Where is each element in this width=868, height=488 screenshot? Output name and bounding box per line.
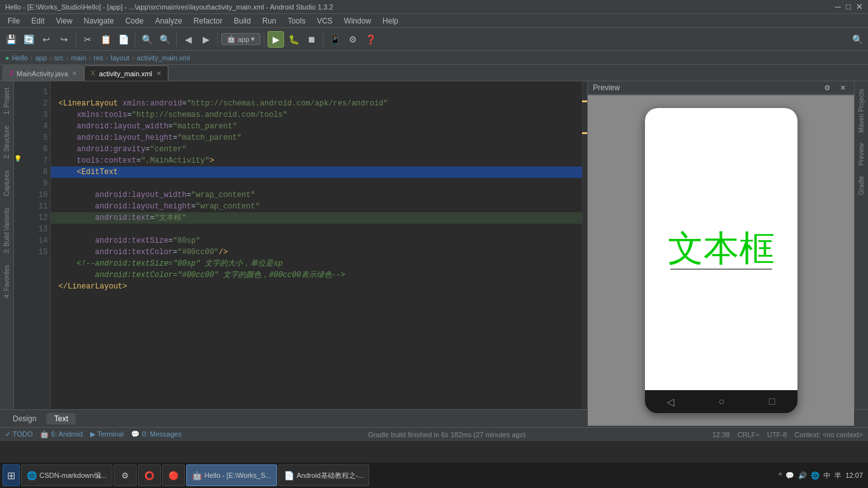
vtab-preview[interactable]: Preview: [857, 138, 866, 171]
toolbar-save-btn[interactable]: 💾: [3, 31, 19, 48]
systray-chat[interactable]: 💬: [785, 471, 794, 480]
vtab-gradle[interactable]: Gradle: [857, 171, 866, 200]
menu-bar: File Edit View Navigate Code Analyze Ref…: [0, 14, 868, 28]
sidebar-build-variants[interactable]: 3: Build Variants: [2, 203, 11, 259]
breadcrumb-app[interactable]: app: [35, 54, 46, 62]
app-label: app: [238, 36, 249, 43]
sidebar-project[interactable]: 1: Project: [2, 83, 11, 119]
breadcrumb-file[interactable]: activity_main.xml: [137, 54, 190, 62]
toolbar-sdk-btn[interactable]: ⚙: [344, 31, 361, 48]
toolbar-sync-btn[interactable]: 🔄: [20, 31, 37, 48]
toolbar-replace-btn[interactable]: 🔍: [156, 31, 173, 48]
tab-activityxml-close[interactable]: ✕: [156, 70, 161, 77]
toolbar-sep-6: [323, 32, 323, 46]
sidebar-captures[interactable]: Captures: [2, 165, 11, 201]
tab-design[interactable]: Design: [5, 413, 44, 424]
systray-time: 12:07: [845, 471, 863, 479]
phone-screen: 文本框: [645, 108, 797, 390]
taskbar-icon4[interactable]: 🔴: [162, 464, 185, 486]
toolbar-run-btn[interactable]: ▶: [268, 31, 284, 48]
maximize-button[interactable]: □: [846, 2, 851, 11]
toolbar-cut-btn[interactable]: ✂: [79, 31, 96, 48]
systray-network[interactable]: 🌐: [811, 471, 820, 480]
toolbar-app-selector[interactable]: 🤖 app ▾: [221, 33, 261, 45]
status-message: Gradle build finished in 6s 182ms (27 mi…: [368, 431, 526, 438]
sidebar-structure[interactable]: 2: Structure: [2, 121, 11, 164]
toolbar-debug-btn[interactable]: 🐛: [285, 31, 302, 48]
status-line-col: 12:38: [712, 431, 730, 438]
menu-refactor[interactable]: Refactor: [189, 15, 227, 27]
taskbar-android-tut-btn[interactable]: 📄 Android基础教程之-...: [278, 464, 370, 486]
menu-window[interactable]: Window: [339, 15, 376, 27]
android-tut-label: Android基础教程之-...: [297, 471, 364, 480]
tab-text[interactable]: Text: [46, 413, 76, 424]
status-messages[interactable]: 💬 0: Messages: [131, 430, 181, 438]
menu-code[interactable]: Code: [120, 15, 149, 27]
preview-edittext: 文本框: [668, 229, 775, 268]
breadcrumb-res[interactable]: res: [93, 54, 103, 62]
menu-vcs[interactable]: VCS: [312, 15, 338, 27]
toolbar-paste-btn[interactable]: 📄: [115, 31, 132, 48]
status-todo[interactable]: ✓ TODO: [5, 430, 32, 438]
breadcrumb-hello[interactable]: Hello: [12, 54, 28, 62]
tabs-bar: J MainActivity.java ✕ X activity_main.xm…: [0, 65, 868, 81]
toolbar-prev-btn[interactable]: ◀: [180, 31, 196, 48]
status-context: Context: <no context>: [794, 431, 863, 438]
tab-mainactivity-close[interactable]: ✕: [72, 70, 77, 77]
status-terminal[interactable]: ▶ Terminal: [90, 430, 123, 438]
toolbar-next-btn[interactable]: ▶: [198, 31, 214, 48]
preview-panel: Preview ⚙ ✕ ⊡ 📱 Nexus 4 ▾ ⟳ 🎨 AppTheme ▾…: [587, 81, 854, 409]
systray-volume[interactable]: 🔊: [798, 471, 807, 480]
breadcrumb-sep-2: ›: [66, 54, 69, 62]
toolbar-copy-btn[interactable]: 📋: [97, 31, 114, 48]
breadcrumb-main[interactable]: main: [71, 54, 86, 62]
taskbar-hello-btn[interactable]: 🤖 Hello - [E:\Works_S...: [186, 464, 277, 486]
taskbar-icon3[interactable]: ⭕: [138, 464, 161, 486]
breadcrumb: ● Hello › app › src › main › res › layou…: [0, 51, 868, 65]
hello-label: Hello - [E:\Works_S...: [205, 471, 271, 479]
systray-ime2[interactable]: 半: [834, 471, 841, 480]
menu-help[interactable]: Help: [377, 15, 403, 27]
menu-view[interactable]: View: [51, 15, 78, 27]
breadcrumb-layout[interactable]: layout: [111, 54, 129, 62]
taskbar-start-btn[interactable]: ⊞: [3, 464, 20, 486]
preview-close-btn[interactable]: ✕: [836, 81, 849, 94]
tab-mainactivity[interactable]: J MainActivity.java ✕: [3, 65, 84, 81]
line-numbers: 12345 678910 1112131415: [25, 81, 51, 409]
vtab-maven[interactable]: Maven Projects: [857, 84, 866, 138]
toolbar-stop-btn[interactable]: ⏹: [303, 31, 320, 48]
systray-caret[interactable]: ^: [778, 471, 782, 479]
code-editor[interactable]: <LinearLayout xmlns:android="http://sche…: [51, 81, 582, 409]
menu-tools[interactable]: Tools: [283, 15, 311, 27]
menu-build[interactable]: Build: [229, 15, 256, 27]
toolbar-search-btn[interactable]: 🔍: [849, 31, 865, 48]
toolbar-find-btn[interactable]: 🔍: [139, 31, 155, 48]
minimize-button[interactable]: ─: [835, 2, 841, 11]
breadcrumb-src[interactable]: src: [54, 54, 64, 62]
menu-edit[interactable]: Edit: [26, 15, 50, 27]
menu-file[interactable]: File: [3, 15, 25, 27]
toolbar-undo-btn[interactable]: ↩: [38, 31, 55, 48]
systray-ime[interactable]: 中: [824, 471, 831, 480]
menu-analyze[interactable]: Analyze: [150, 15, 187, 27]
toolbar-help-btn[interactable]: ❓: [362, 31, 379, 48]
taskbar-csdn-btn[interactable]: 🌐 CSDN-markdown编...: [21, 464, 112, 486]
toolbar-sep-4: [217, 32, 218, 46]
marker-warning: [582, 100, 587, 102]
nav-back-icon: ◁: [667, 396, 674, 408]
status-right: 12:38 CRLF÷ UTF-8 Context: <no context>: [712, 431, 863, 438]
editor-container[interactable]: ● 💡 12345 678910 1112131415 <LinearLayou…: [14, 81, 587, 409]
menu-navigate[interactable]: Navigate: [79, 15, 119, 27]
toolbar-sep-1: [76, 32, 76, 46]
close-button[interactable]: ✕: [856, 2, 863, 11]
preview-settings-btn[interactable]: ⚙: [821, 81, 834, 94]
tab-activityxml[interactable]: X activity_main.xml ✕: [84, 65, 168, 81]
status-android[interactable]: 🤖 6: Android: [40, 430, 83, 438]
toolbar-redo-btn[interactable]: ↪: [56, 31, 72, 48]
status-bar: ✓ TODO 🤖 6: Android ▶ Terminal 💬 0: Mess…: [0, 427, 868, 441]
taskbar-icon2[interactable]: ⚙: [114, 464, 137, 486]
title-bar-controls: ─ □ ✕: [835, 2, 863, 11]
sidebar-favorites[interactable]: 4: Favorites: [2, 260, 11, 303]
menu-run[interactable]: Run: [257, 15, 281, 27]
toolbar-avd-btn[interactable]: 📱: [327, 31, 343, 48]
